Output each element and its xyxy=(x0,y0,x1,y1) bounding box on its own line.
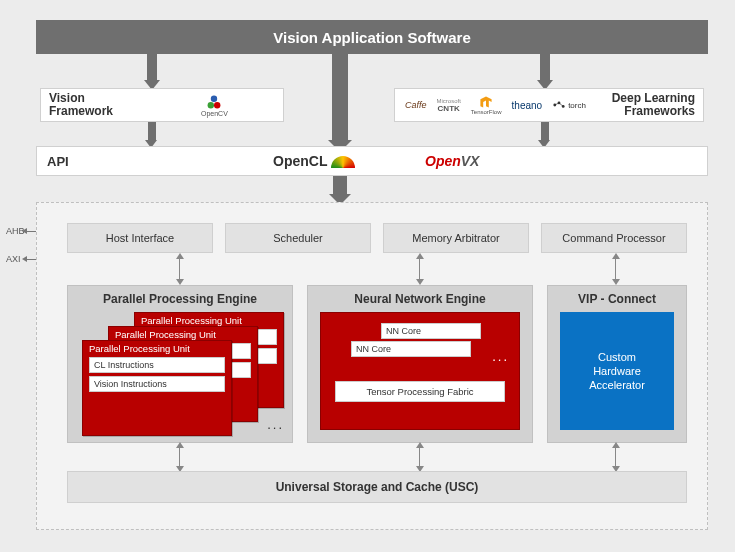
caffe-logo: Caffe xyxy=(405,100,427,110)
conn-ctrl-ppe xyxy=(179,258,180,280)
dl-frameworks-box: Caffe Microsoft CNTK TensorFlow theano t… xyxy=(394,88,704,122)
svg-point-1 xyxy=(214,102,220,108)
vision-framework-box: Vision Framework OpenCV xyxy=(40,88,284,122)
conn-nne-usc xyxy=(419,447,420,467)
memory-arbitrator-box: Memory Arbitrator xyxy=(383,223,529,253)
torch-logo: torch xyxy=(552,100,586,110)
tensor-processing-fabric: Tensor Processing Fabric xyxy=(335,381,505,402)
conn-ctrl-nne xyxy=(419,258,420,280)
opencl-logo: OpenCL xyxy=(273,153,355,169)
vision-framework-label: Vision Framework xyxy=(49,92,113,118)
ppe-box: Parallel Processing Engine Parallel Proc… xyxy=(67,285,293,443)
api-label: API xyxy=(47,154,69,169)
arrow-vf-to-api xyxy=(148,122,156,140)
svg-point-2 xyxy=(211,95,217,101)
custom-hw-accelerator: Custom Hardware Accelerator xyxy=(560,312,674,430)
scheduler-box: Scheduler xyxy=(225,223,371,253)
api-box: API OpenCL OpenVX xyxy=(36,146,708,176)
conn-ppe-usc xyxy=(179,447,180,467)
control-row: Host Interface Scheduler Memory Arbitrat… xyxy=(67,223,687,253)
opencv-logo-label: OpenCV xyxy=(201,110,228,117)
opencv-logo: OpenCV xyxy=(201,94,228,117)
cntk-logo: Microsoft CNTK xyxy=(437,98,461,113)
vip-title: VIP - Connect xyxy=(548,286,686,310)
ppu-dots: ... xyxy=(267,417,284,432)
openvx-logo: OpenVX xyxy=(425,153,479,169)
arrow-to-vision-fw xyxy=(147,54,157,80)
arrow-to-dl-fw xyxy=(540,54,550,80)
axi-bus-label: AXI xyxy=(6,254,21,264)
arrow-api-to-hw xyxy=(333,176,347,194)
usc-box: Universal Storage and Cache (USC) xyxy=(67,471,687,503)
vip-box: VIP - Connect Custom Hardware Accelerato… xyxy=(547,285,687,443)
command-processor-box: Command Processor xyxy=(541,223,687,253)
conn-ctrl-vip xyxy=(615,258,616,280)
vision-instructions: Vision Instructions xyxy=(89,376,225,392)
nne-title: Neural Network Engine xyxy=(308,286,532,310)
vision-framework-logos: OpenCV xyxy=(201,94,228,117)
ppe-title: Parallel Processing Engine xyxy=(68,286,292,310)
cl-instructions: CL Instructions xyxy=(89,357,225,373)
hardware-container: Host Interface Scheduler Memory Arbitrat… xyxy=(36,202,708,530)
tensorflow-logo: TensorFlow xyxy=(471,95,502,115)
gauge-icon xyxy=(331,154,355,168)
dl-frameworks-logos: Caffe Microsoft CNTK TensorFlow theano t… xyxy=(405,95,586,115)
nn-core-2: NN Core xyxy=(381,323,481,339)
host-interface-box: Host Interface xyxy=(67,223,213,253)
svg-point-0 xyxy=(208,102,214,108)
nn-dots: ... xyxy=(492,349,509,364)
nne-body: NN Core NN Core ... Tensor Processing Fa… xyxy=(320,312,520,430)
nn-core-1: NN Core xyxy=(351,341,471,357)
svg-line-7 xyxy=(559,103,563,107)
arrow-top-to-api xyxy=(332,54,348,140)
nne-box: Neural Network Engine NN Core NN Core ..… xyxy=(307,285,533,443)
ppu-1: Parallel Processing Unit CL Instructions… xyxy=(82,340,232,436)
conn-vip-usc xyxy=(615,447,616,467)
dl-frameworks-label: Deep Learning Frameworks xyxy=(612,92,695,118)
ppu-stack: Parallel Processing Unit ctions ructions… xyxy=(80,312,280,430)
arrow-dl-to-api xyxy=(541,122,549,140)
theano-logo: theano xyxy=(512,100,543,111)
vision-app-software-bar: Vision Application Software xyxy=(36,20,708,54)
